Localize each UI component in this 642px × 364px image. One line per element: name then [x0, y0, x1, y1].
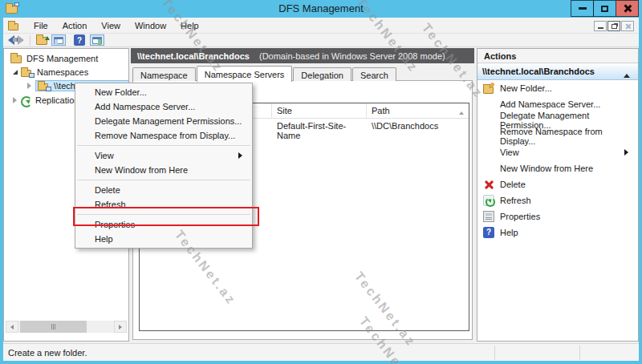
actions-section-header[interactable]: \\technet.local\Branchdocs [477, 63, 638, 80]
close-button[interactable] [616, 0, 639, 17]
ctx-view[interactable]: View [75, 148, 252, 163]
toolbar-separator [30, 35, 30, 46]
console-icon [8, 21, 20, 30]
child-restore-icon [612, 24, 617, 29]
action-view[interactable]: View [477, 144, 638, 160]
tab-search[interactable]: Search [352, 67, 396, 81]
minimize-button[interactable] [571, 0, 594, 17]
expanded-arrow-icon[interactable] [13, 70, 18, 75]
actions-pane: Actions \\technet.local\Branchdocs New F… [477, 48, 639, 342]
child-restore-button[interactable] [607, 21, 620, 31]
console-tree-icon [51, 34, 66, 46]
cell-site: Default-First-Site-Name [272, 119, 367, 133]
toolbar-help-button[interactable]: ? [74, 34, 85, 47]
status-bar: Create a new folder. [3, 343, 639, 361]
replication-icon [21, 95, 32, 105]
ctx-help[interactable]: Help [75, 232, 252, 246]
column-path[interactable]: Path [367, 103, 469, 118]
child-close-button[interactable] [621, 21, 634, 31]
menu-action[interactable]: Action [55, 18, 95, 33]
window-title: DFS Management [0, 2, 642, 14]
show-action-pane-button[interactable] [90, 34, 104, 47]
properties-icon [483, 211, 494, 222]
menu-separator [77, 180, 250, 180]
ctx-delete[interactable]: Delete [75, 183, 252, 197]
ctx-delegate-permissions[interactable]: Delegate Management Permissions... [75, 114, 252, 128]
delete-icon [483, 179, 494, 190]
tab-strip: Namespace Namespace Servers Delegation S… [132, 66, 473, 81]
child-minimize-button[interactable] [594, 21, 607, 31]
submenu-arrow-icon [238, 152, 246, 159]
action-add-namespace-server[interactable]: Add Namespace Server... [477, 96, 638, 112]
maximize-icon [601, 6, 608, 12]
properties-highlight-box [73, 207, 259, 226]
collapse-section-icon[interactable] [624, 71, 630, 78]
status-message: Create a new folder. [8, 348, 87, 358]
up-one-level-button[interactable] [36, 34, 48, 47]
collapsed-arrow-icon[interactable] [27, 83, 31, 89]
cell-path: \\DC\Branchdocs [367, 119, 469, 133]
action-new-folder[interactable]: New Folder... [477, 80, 638, 96]
tab-namespace[interactable]: Namespace [132, 67, 196, 81]
help-icon: ? [74, 34, 85, 46]
menu-bar: File Action View Window Help [3, 18, 639, 34]
namespace-icon [38, 81, 51, 91]
tab-delegation[interactable]: Delegation [293, 67, 351, 81]
show-console-tree-button[interactable] [51, 34, 66, 47]
action-new-window[interactable]: New Window from Here [477, 160, 638, 176]
action-delegate-permissions[interactable]: Delegate Management Permission... [477, 112, 638, 128]
ctx-new-window[interactable]: New Window from Here [75, 163, 252, 177]
maximize-button[interactable] [593, 0, 616, 17]
dfs-management-window: DFS Management File Action View Window H… [0, 0, 642, 364]
menu-view[interactable]: View [94, 18, 128, 33]
dfs-management-icon [10, 54, 23, 63]
menu-file[interactable]: File [26, 18, 55, 33]
tree-item-namespaces[interactable]: Namespaces [13, 66, 88, 79]
child-minimize-icon [598, 27, 603, 29]
collapsed-arrow-icon[interactable] [13, 97, 17, 103]
scrollbar-track[interactable] [18, 321, 114, 333]
title-bar[interactable]: DFS Management [0, 0, 642, 18]
action-refresh[interactable]: Refresh [477, 192, 638, 208]
refresh-icon [483, 195, 494, 206]
scroll-left-button[interactable] [6, 321, 18, 333]
namespace-mode: (Domain-based in Windows Server 2008 mod… [259, 51, 445, 61]
minimize-icon [579, 7, 587, 10]
forward-arrow-icon [18, 35, 24, 45]
action-remove-namespace[interactable]: Remove Namespace from Display... [477, 128, 638, 144]
child-window-buttons [594, 21, 634, 31]
up-folder-icon [36, 36, 48, 45]
tree-item-replication[interactable]: Replication [13, 94, 79, 107]
ctx-remove-namespace[interactable]: Remove Namespace from Display... [75, 128, 252, 143]
action-delete[interactable]: Delete [477, 176, 638, 192]
sort-ascending-icon [459, 109, 464, 115]
ctx-new-folder[interactable]: New Folder... [75, 85, 252, 99]
column-site[interactable]: Site [272, 103, 367, 118]
action-pane-icon [90, 34, 104, 46]
child-close-icon [624, 23, 631, 30]
scroll-right-icon [119, 325, 122, 330]
horizontal-scrollbar[interactable] [6, 321, 127, 333]
ctx-add-namespace-server[interactable]: Add Namespace Server... [75, 99, 252, 114]
action-properties[interactable]: Properties [477, 208, 638, 224]
scroll-left-icon [10, 325, 14, 330]
tab-namespace-servers[interactable]: Namespace Servers [197, 66, 293, 82]
menu-window[interactable]: Window [128, 18, 173, 33]
help-icon: ? [483, 227, 494, 238]
submenu-arrow-icon [624, 149, 632, 156]
new-folder-icon [483, 83, 494, 94]
status-separator [494, 346, 495, 360]
namespace-path: \\technet.local\Branchdocs [137, 51, 250, 61]
scroll-right-button[interactable] [114, 321, 127, 333]
menu-help[interactable]: Help [173, 18, 206, 33]
forward-button[interactable] [18, 34, 24, 47]
menu-separator [77, 145, 250, 146]
tree-item-dfs-management[interactable]: DFS Management [10, 52, 98, 65]
close-icon [623, 4, 632, 13]
namespaces-icon [21, 67, 34, 77]
content-header: \\technet.local\Branchdocs (Domain-based… [131, 48, 474, 63]
window-border-bottom [0, 361, 642, 364]
toolbar: ? [3, 34, 639, 47]
scrollbar-thumb[interactable] [20, 321, 87, 333]
action-help[interactable]: ? Help [477, 224, 638, 241]
